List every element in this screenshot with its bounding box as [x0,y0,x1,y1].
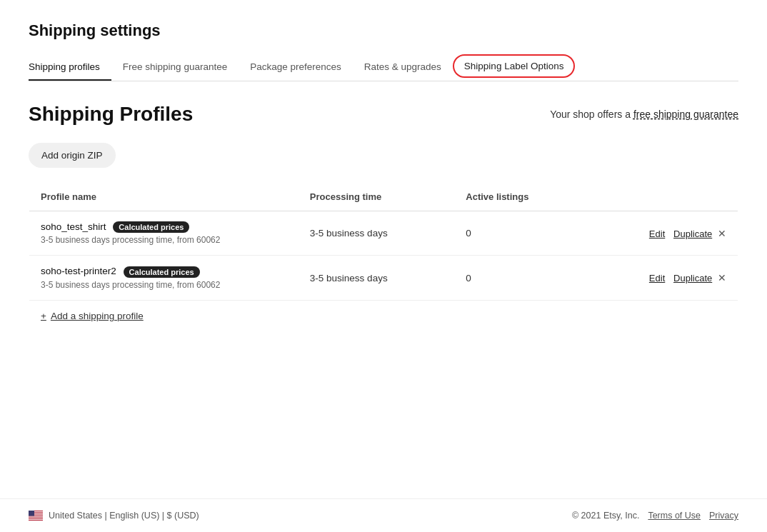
active-listings-2: 0 [454,256,582,300]
tab-shipping-label-options[interactable]: Shipping Label Options [453,54,576,78]
footer-copyright: © 2021 Etsy, Inc. [572,511,639,521]
edit-button-1[interactable]: Edit [649,229,665,239]
svg-rect-5 [29,518,43,518]
profile-name-2: soho-test-printer2 [41,266,116,276]
privacy-link[interactable]: Privacy [709,511,738,521]
edit-button-2[interactable]: Edit [649,273,665,283]
calculated-prices-badge-2: Calculated prices [124,266,200,278]
delete-button-2[interactable]: ✕ [718,272,726,283]
col-header-actions [582,183,738,211]
profile-subtitle-2: 3-5 business days processing time, from … [41,280,287,290]
tab-package-preferences[interactable]: Package preferences [239,54,353,81]
delete-button-1[interactable]: ✕ [718,228,726,239]
add-origin-zip-button[interactable]: Add origin ZIP [29,143,116,168]
col-header-profile-name: Profile name [29,183,299,211]
profiles-table: Profile name Processing time Active list… [29,182,738,332]
add-shipping-profile-button[interactable]: + Add a shipping profile [41,311,144,321]
col-header-active-listings: Active listings [454,183,582,211]
processing-time-2: 3-5 business days [299,256,454,300]
add-profile-row: + Add a shipping profile [29,300,738,331]
svg-rect-7 [29,511,34,516]
free-shipping-link[interactable]: free shipping guarantee [633,109,738,120]
tab-free-shipping-guarantee[interactable]: Free shipping guarantee [111,54,239,81]
tabs-nav: Shipping profiles Free shipping guarante… [29,54,738,81]
add-profile-label: Add a shipping profile [51,311,144,321]
table-row: soho-test-printer2 Calculated prices 3-5… [29,256,738,300]
section-header: Shipping Profiles Your shop offers a fre… [29,103,738,126]
table-row: soho_test_shirt Calculated prices 3-5 bu… [29,211,738,256]
tab-rates-upgrades[interactable]: Rates & upgrades [353,54,453,81]
profile-subtitle-1: 3-5 business days processing time, from … [41,235,287,245]
plus-icon: + [41,311,46,321]
svg-rect-4 [29,516,43,517]
section-title: Shipping Profiles [29,103,193,126]
svg-rect-6 [29,519,43,520]
terms-of-use-link[interactable]: Terms of Use [648,511,701,521]
calculated-prices-badge-1: Calculated prices [113,221,189,233]
duplicate-button-2[interactable]: Duplicate [673,273,712,283]
tab-shipping-profiles[interactable]: Shipping profiles [29,54,111,81]
footer-right: © 2021 Etsy, Inc. Terms of Use Privacy [572,511,738,521]
footer: United States | English (US) | $ (USD) ©… [0,498,767,532]
col-header-processing-time: Processing time [299,183,454,211]
us-flag-icon [29,511,43,521]
page-title: Shipping settings [29,21,738,40]
active-listings-1: 0 [454,211,582,256]
free-shipping-note: Your shop offers a free shipping guarant… [550,109,738,120]
processing-time-1: 3-5 business days [299,211,454,256]
footer-locale: United States | English (US) | $ (USD) [29,511,199,521]
duplicate-button-1[interactable]: Duplicate [673,229,712,239]
profile-name-1: soho_test_shirt [41,221,106,232]
